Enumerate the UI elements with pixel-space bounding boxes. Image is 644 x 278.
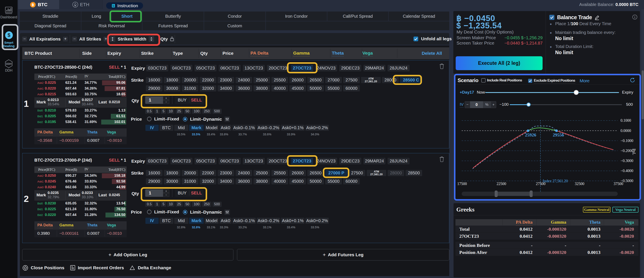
svg-text:0.1000: 0.1000: [620, 118, 631, 123]
svg-text:22500: 22500: [497, 182, 506, 186]
svg-text:Index 27,561.20: Index 27,561.20: [543, 179, 568, 183]
svg-text:29556: 29556: [553, 133, 564, 138]
svg-text:17500: 17500: [458, 182, 467, 186]
svg-text:−0.3000: −0.3000: [620, 159, 633, 163]
svg-text:−0.2000: −0.2000: [620, 148, 633, 153]
svg-text:25926: 25926: [525, 133, 536, 138]
svg-text:−0.1000: −0.1000: [620, 139, 633, 143]
svg-text:฿: ฿: [32, 3, 34, 7]
svg-text:PnL: PnL: [632, 148, 636, 155]
svg-text:−0.4000: −0.4000: [620, 169, 633, 173]
svg-text:DDH: DDH: [6, 62, 12, 65]
svg-text:0.0000: 0.0000: [620, 129, 631, 133]
svg-text:37500: 37500: [614, 182, 623, 186]
svg-text:$: $: [8, 32, 10, 38]
svg-text:32500: 32500: [575, 182, 584, 186]
